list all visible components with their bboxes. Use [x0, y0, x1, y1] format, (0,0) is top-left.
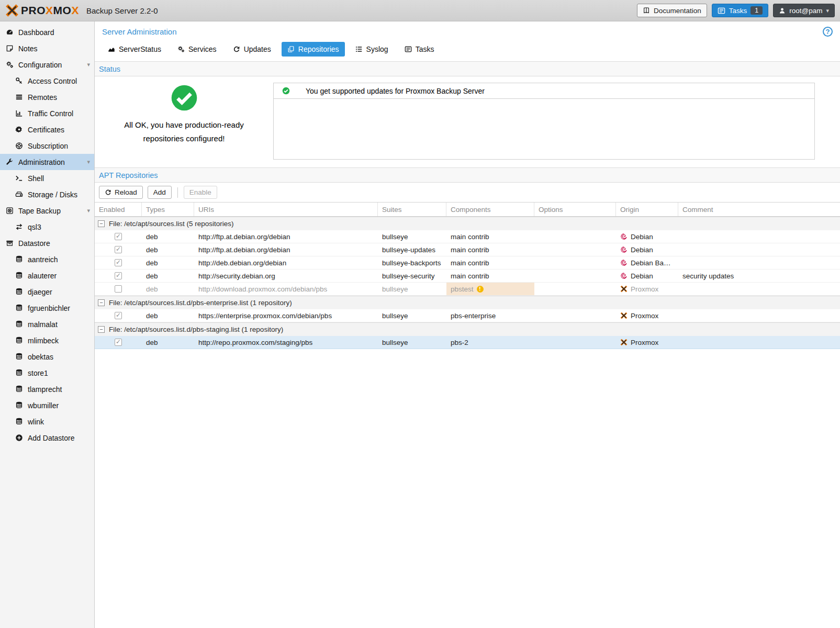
components-value: pbs-enterprise — [451, 312, 496, 320]
sidebar-item-configuration[interactable]: Configuration▾ — [0, 57, 94, 73]
sidebar-item-qsl3[interactable]: qsl3 — [0, 219, 94, 235]
sidebar-item-subscription[interactable]: Subscription — [0, 138, 94, 154]
sidebar-item-certificates[interactable]: Certificates — [0, 121, 94, 138]
sidebar-item-traffic-control[interactable]: Traffic Control — [0, 105, 94, 121]
table-row[interactable]: debhttps://enterprise.proxmox.com/debian… — [95, 309, 840, 322]
collapse-icon[interactable]: − — [98, 299, 105, 306]
enabled-checkbox[interactable] — [115, 246, 122, 253]
traffic-icon — [15, 109, 24, 117]
enabled-checkbox[interactable] — [115, 339, 122, 346]
cell-options — [534, 230, 616, 243]
exchange-icon — [15, 223, 24, 231]
column-header-comment[interactable]: Comment — [678, 203, 840, 216]
group-label: File: /etc/apt/sources.list.d/pbs-stagin… — [109, 326, 283, 333]
remotes-icon — [15, 93, 24, 101]
cell-origin: Proxmox — [616, 336, 678, 349]
sidebar-item-administration[interactable]: Administration▾ — [0, 154, 94, 170]
column-header-enabled[interactable]: Enabled — [95, 203, 142, 216]
sidebar-item-wlink[interactable]: wlink — [0, 413, 94, 430]
types-value: deb — [146, 259, 158, 267]
group-header[interactable]: −File: /etc/apt/sources.list.d/pbs-enter… — [95, 296, 840, 309]
sidebar-item-datastore[interactable]: Datastore — [0, 235, 94, 251]
column-header-types[interactable]: Types — [142, 203, 194, 216]
table-row[interactable]: debhttp://deb.debian.org/debianbullseye-… — [95, 256, 840, 270]
sidebar-item-notes[interactable]: Notes — [0, 40, 94, 57]
database-icon — [15, 385, 24, 393]
topbar: PROXMOX Backup Server 2.2-0 Documentatio… — [0, 0, 840, 21]
column-header-origin[interactable]: Origin — [616, 203, 678, 216]
cell-comment: security updates — [678, 270, 840, 282]
proxmox-logo: PROXMOX — [5, 4, 79, 17]
sidebar-item-shell[interactable]: Shell — [0, 170, 94, 186]
enable-button[interactable]: Enable — [184, 186, 217, 199]
tab-services[interactable]: Services — [172, 42, 222, 57]
sidebar-item-malmalat[interactable]: malmalat — [0, 316, 94, 332]
column-header-options[interactable]: Options — [534, 203, 616, 216]
table-row[interactable]: debhttp://download.proxmox.com/debian/pb… — [95, 283, 840, 296]
documentation-button[interactable]: Documentation — [637, 4, 707, 17]
cell-options — [534, 243, 616, 256]
tab-tasks[interactable]: Tasks — [399, 42, 440, 57]
sidebar-item-tape-backup[interactable]: Tape Backup▾ — [0, 203, 94, 219]
tab-label: Updates — [244, 45, 271, 53]
proxmox-icon — [620, 312, 628, 319]
toolbar-separator — [177, 187, 178, 198]
cell-suites: bullseye — [378, 230, 446, 243]
sidebar-item-label: Dashboard — [18, 28, 54, 37]
debian-icon — [620, 272, 628, 279]
sidebar-item-mlimbeck[interactable]: mlimbeck — [0, 332, 94, 349]
sidebar-item-store1[interactable]: store1 — [0, 365, 94, 381]
sidebar-item-wbumiller[interactable]: wbumiller — [0, 397, 94, 413]
sidebar-item-tlamprecht[interactable]: tlamprecht — [0, 381, 94, 397]
reload-button[interactable]: Reload — [99, 186, 143, 199]
tab-bar: ServerStatusServicesUpdatesRepositoriesS… — [95, 38, 840, 61]
user-menu-button[interactable]: root@pam ▾ — [773, 4, 835, 17]
help-icon[interactable]: ? — [823, 27, 833, 37]
cell-suites: bullseye — [378, 283, 446, 295]
tab-updates[interactable]: Updates — [227, 42, 277, 57]
enabled-checkbox[interactable] — [115, 285, 122, 293]
cell-comment — [678, 256, 840, 269]
enabled-checkbox[interactable] — [115, 272, 122, 279]
tab-syslog[interactable]: Syslog — [350, 42, 394, 57]
sidebar-item-label: obektas — [28, 353, 53, 361]
collapse-icon[interactable]: − — [98, 326, 105, 333]
sidebar-item-storage-disks[interactable]: Storage / Disks — [0, 186, 94, 203]
sidebar-item-access-control[interactable]: Access Control — [0, 73, 94, 89]
sidebar-item-label: Notes — [18, 44, 38, 53]
add-label: Add — [153, 188, 166, 196]
group-header[interactable]: −File: /etc/apt/sources.list (5 reposito… — [95, 217, 840, 230]
tab-repositories[interactable]: Repositories — [282, 42, 345, 57]
column-header-suites[interactable]: Suites — [378, 203, 446, 216]
table-row[interactable]: debhttp://ftp.at.debian.org/debianbullse… — [95, 230, 840, 243]
cell-comment — [678, 309, 840, 322]
cell-enabled — [95, 243, 142, 256]
tasks-button[interactable]: Tasks 1 — [712, 4, 768, 17]
table-header: EnabledTypesURIsSuitesComponentsOptionsO… — [95, 203, 840, 217]
enabled-checkbox[interactable] — [115, 312, 122, 319]
add-button[interactable]: Add — [148, 186, 172, 199]
sidebar-item-dashboard[interactable]: Dashboard — [0, 24, 94, 40]
column-header-components[interactable]: Components — [446, 203, 534, 216]
group-header[interactable]: −File: /etc/apt/sources.list.d/pbs-stagi… — [95, 322, 840, 336]
sidebar-item-obektas[interactable]: obektas — [0, 349, 94, 365]
sidebar-item-djaeger[interactable]: djaeger — [0, 284, 94, 300]
collapse-icon[interactable]: − — [98, 220, 105, 227]
column-header-uris[interactable]: URIs — [194, 203, 378, 216]
sidebar-item-add-datastore[interactable]: Add Datastore — [0, 430, 94, 446]
book-icon — [643, 7, 650, 14]
sidebar-item-remotes[interactable]: Remotes — [0, 89, 94, 105]
enabled-checkbox[interactable] — [115, 233, 122, 240]
enabled-checkbox[interactable] — [115, 259, 122, 266]
suites-value: bullseye — [382, 233, 408, 241]
terminal-icon — [15, 174, 24, 182]
table-row[interactable]: debhttp://security.debian.orgbullseye-se… — [95, 270, 840, 283]
components-value: pbstest — [451, 285, 474, 293]
tab-serverstatus[interactable]: ServerStatus — [102, 42, 167, 57]
table-row[interactable]: debhttp://ftp.at.debian.org/debianbullse… — [95, 243, 840, 256]
sidebar-item-aantreich[interactable]: aantreich — [0, 251, 94, 267]
sidebar-item-fgruenbichler[interactable]: fgruenbichler — [0, 300, 94, 316]
caret-down-icon: ▾ — [87, 208, 90, 214]
table-row[interactable]: debhttp://repo.proxmox.com/staging/pbsbu… — [95, 336, 840, 349]
sidebar-item-alauterer[interactable]: alauterer — [0, 267, 94, 284]
